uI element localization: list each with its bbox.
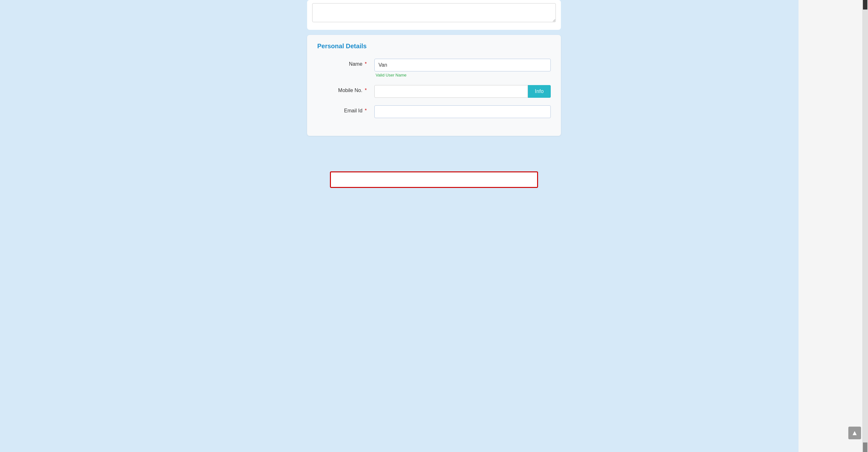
name-required-star: * [365,61,367,67]
mobile-label: Mobile No. * [317,85,374,93]
scrollbar-thumb-top[interactable] [863,0,867,9]
name-label: Name * [317,59,374,67]
personal-details-card: Personal Details Name * Valid User Name … [307,35,561,136]
scroll-up-button[interactable]: ▲ [848,427,861,439]
email-input-wrapper [374,106,551,118]
mobile-required-star: * [365,88,367,93]
lower-section [307,172,561,188]
main-layout: Personal Details Name * Valid User Name … [0,0,868,452]
info-button[interactable]: Info [528,85,551,98]
name-input-wrapper: Valid User Name [374,59,551,78]
center-content: Personal Details Name * Valid User Name … [69,0,799,452]
highlighted-input[interactable] [330,172,538,188]
email-input[interactable] [374,106,551,118]
name-field-row: Name * Valid User Name [317,59,551,78]
name-input[interactable] [374,59,551,71]
scrollbar-thumb-bottom[interactable] [863,443,867,452]
email-required-star: * [365,108,367,113]
name-valid-message: Valid User Name [374,73,551,78]
mobile-row: Info [374,85,551,98]
personal-details-title: Personal Details [317,42,551,50]
email-label: Email Id * [317,106,374,114]
highlighted-input-wrapper [307,172,561,188]
top-textarea[interactable] [312,3,556,22]
mobile-input[interactable] [374,85,528,98]
mobile-field-row: Mobile No. * Info [317,85,551,98]
scrollbar-right [862,0,868,452]
scroll-up-icon: ▲ [851,429,858,437]
mobile-input-wrapper: Info [374,85,551,98]
email-field-row: Email Id * [317,106,551,118]
top-textarea-card [307,0,561,30]
right-sidebar [799,0,868,452]
left-sidebar [0,0,69,452]
